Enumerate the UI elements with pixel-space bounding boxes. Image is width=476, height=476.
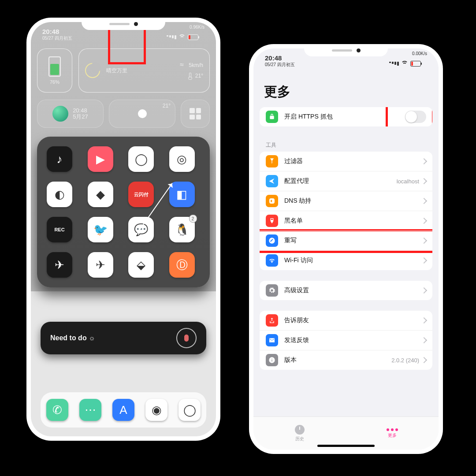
calculator-icon xyxy=(190,108,201,119)
sun-icon xyxy=(138,109,147,118)
status-net: 0.00K/s xyxy=(412,51,427,56)
todo-widget[interactable]: Need to do ☼ xyxy=(41,322,206,354)
mic-button[interactable] xyxy=(176,328,197,348)
app-douyin[interactable]: ♪ xyxy=(47,146,72,172)
dock-stream-dock[interactable]: ◯ xyxy=(178,399,201,421)
battery-widget[interactable]: 76% xyxy=(37,48,72,93)
wifi-icon xyxy=(402,61,408,67)
lock-icon xyxy=(266,111,278,123)
chevron-right-icon xyxy=(421,158,427,164)
row-proxy[interactable]: 配置代理localhost xyxy=(260,171,432,191)
row-rewrite[interactable]: 重写 xyxy=(260,231,432,250)
temp: 21° xyxy=(195,73,203,79)
chevron-right-icon xyxy=(421,218,427,224)
clock-icon xyxy=(295,425,305,435)
wind-speed: 5km/h xyxy=(189,62,203,68)
row-wifi[interactable]: Wi-Fi 访问 xyxy=(260,250,432,270)
filter-icon xyxy=(266,155,278,167)
weather-desc: 晴空万里 xyxy=(106,67,164,74)
row-advanced[interactable]: 高级设置 xyxy=(260,281,432,300)
status-date: 05/27 四月初五 xyxy=(265,62,295,67)
chevron-right-icon xyxy=(421,337,427,343)
moon-icon xyxy=(85,63,100,78)
wifi-icon xyxy=(266,254,278,267)
app-folder[interactable]: ♪▶◯◎◐◆云闪付◧REC🐦💬🐧2✈✈⬙Ⓓ xyxy=(37,137,210,287)
app-unionpay[interactable]: 云闪付 xyxy=(128,182,154,207)
row-label: 过滤器 xyxy=(284,157,422,165)
todo-text: Need to do ☼ xyxy=(50,334,95,342)
mic-icon xyxy=(184,335,189,342)
phone-settings: 20:4805/27 四月初五 0.00K/s 更多 开启 HTTPS 抓包 工… xyxy=(249,44,443,454)
row-value: 2.0.2 (240) xyxy=(391,357,419,364)
dns-icon xyxy=(266,195,278,207)
app-shortcuts[interactable]: ◆ xyxy=(88,182,113,207)
app-box[interactable]: ⬙ xyxy=(128,252,154,278)
battery-pct: 76% xyxy=(50,79,60,85)
calc-widget[interactable] xyxy=(181,100,210,128)
app-telegram[interactable]: ✈ xyxy=(88,252,113,278)
group-https: 开启 HTTPS 抓包 xyxy=(260,107,432,126)
battery-icon xyxy=(410,61,421,67)
clock-widget[interactable]: 20:485月27 xyxy=(37,100,104,128)
row-feedback[interactable]: 发送反馈 xyxy=(260,330,432,350)
chevron-right-icon xyxy=(421,238,427,244)
wifi-icon xyxy=(179,34,185,41)
chevron-right-icon xyxy=(421,178,427,184)
dock-phone[interactable]: ✆ xyxy=(46,399,68,421)
chevron-right-icon xyxy=(421,317,427,324)
gear-icon xyxy=(266,284,278,297)
dock-appstore[interactable]: A xyxy=(112,399,134,421)
tell-icon xyxy=(266,314,278,327)
app-didi[interactable]: Ⓓ xyxy=(169,252,195,278)
row-filter[interactable]: 过滤器 xyxy=(260,152,432,171)
row-label: 配置代理 xyxy=(284,177,397,185)
row-blacklist[interactable]: 黑名单 xyxy=(260,211,432,231)
row-dns[interactable]: DNS 劫持 xyxy=(260,191,432,211)
app-qq[interactable]: 🐧2 xyxy=(169,217,195,242)
app-cmbchina[interactable]: ◐ xyxy=(47,182,72,207)
app-telegram-dark[interactable]: ✈ xyxy=(47,252,72,278)
app-twitter[interactable]: 🐦 xyxy=(88,217,113,242)
status-time: 20:48 xyxy=(42,28,72,36)
tab-label: 更多 xyxy=(388,432,397,439)
settings-screen: 20:4805/27 四月初五 0.00K/s 更多 开启 HTTPS 抓包 工… xyxy=(253,48,439,450)
app-spotlight[interactable]: ◎ xyxy=(169,146,195,172)
home-indicator[interactable] xyxy=(317,445,375,447)
version-icon xyxy=(266,354,278,366)
app-youtube[interactable]: ▶ xyxy=(88,146,113,172)
cell-icon xyxy=(167,35,176,39)
more-icon xyxy=(387,428,398,431)
status-time: 20:48 xyxy=(265,55,295,62)
tab-label: 历史 xyxy=(295,436,304,442)
row-label: 重写 xyxy=(284,237,422,245)
badge: 2 xyxy=(189,215,197,223)
row-label: 高级设置 xyxy=(284,286,422,294)
wind-icon xyxy=(180,62,186,68)
battery-fill-icon xyxy=(48,56,61,77)
dock-camera[interactable]: ◉ xyxy=(145,399,167,421)
feedback-icon xyxy=(266,334,278,346)
app-stream[interactable]: ◯ xyxy=(128,146,154,172)
app-chat[interactable]: 💬 xyxy=(128,217,154,242)
cell-icon xyxy=(389,62,399,66)
row-value: localhost xyxy=(397,178,419,185)
chevron-right-icon xyxy=(421,357,427,363)
avatar-icon xyxy=(52,106,68,122)
dock: ✆⋯A◉◯ xyxy=(41,392,206,428)
row-version[interactable]: 版本2.0.2 (240) xyxy=(260,350,432,370)
page-title: 更多 xyxy=(253,80,439,107)
home-screen: 20:48 05/27 四月初五 0.96K/s 76% 晴空万里 5km/h xyxy=(31,22,216,436)
phone-home: 20:48 05/27 四月初五 0.96K/s 76% 晴空万里 5km/h xyxy=(26,18,220,441)
time-big: 20:48 xyxy=(73,108,88,114)
row-tell[interactable]: 告诉朋友 xyxy=(260,311,432,330)
dock-messages[interactable]: ⋯ xyxy=(79,399,101,421)
date-big: 5月27 xyxy=(73,114,88,120)
battery-icon xyxy=(188,34,198,40)
group-about: 告诉朋友发送反馈版本2.0.2 (240) xyxy=(260,311,432,370)
row-label: 发送反馈 xyxy=(284,336,422,344)
temp-widget[interactable]: 21° xyxy=(109,100,175,128)
app-rec[interactable]: REC xyxy=(47,217,72,242)
row-label: Wi-Fi 访问 xyxy=(284,257,422,264)
row-label: DNS 劫持 xyxy=(284,197,422,205)
section-header-tools: 工具 xyxy=(253,137,439,152)
